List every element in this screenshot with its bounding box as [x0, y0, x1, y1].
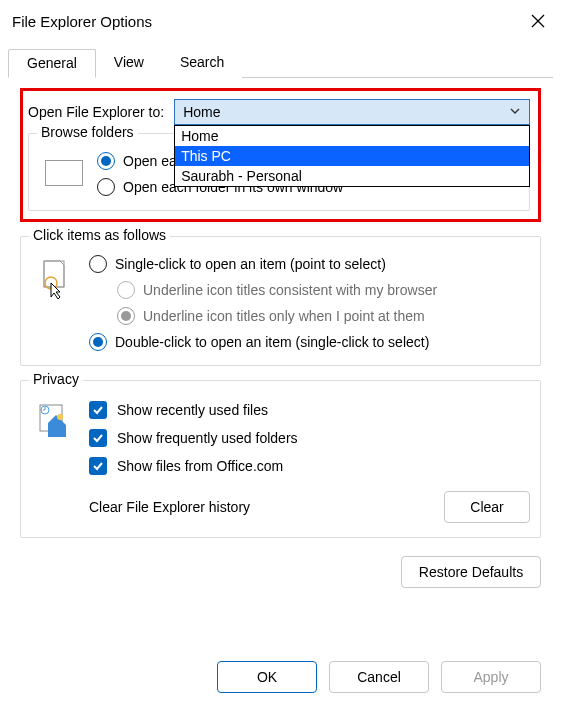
restore-defaults-button[interactable]: Restore Defaults	[401, 556, 541, 588]
close-button[interactable]	[515, 0, 561, 42]
checkbox-frequent-folders[interactable]	[89, 429, 107, 447]
label-double-click: Double-click to open an item (single-cli…	[115, 334, 429, 350]
tab-general[interactable]: General	[8, 49, 96, 78]
folder-icon	[45, 156, 81, 186]
open-to-dropdown-list: Home This PC Saurabh - Personal	[174, 125, 530, 187]
open-to-dropdown[interactable]: Home	[174, 99, 530, 125]
checkbox-recent-files[interactable]	[89, 401, 107, 419]
close-icon	[531, 14, 545, 28]
check-icon	[92, 432, 104, 444]
radio-same-window[interactable]	[97, 152, 115, 170]
click-legend: Click items as follows	[29, 227, 170, 243]
radio-single-click[interactable]	[89, 255, 107, 273]
check-icon	[92, 404, 104, 416]
radio-own-window[interactable]	[97, 178, 115, 196]
privacy-legend: Privacy	[29, 371, 83, 387]
tab-content: Open File Explorer to: Home Home This PC…	[0, 78, 561, 538]
clear-button[interactable]: Clear	[444, 491, 530, 523]
radio-underline-browser	[117, 281, 135, 299]
tab-strip: General View Search	[8, 48, 553, 78]
titlebar: File Explorer Options	[0, 0, 561, 42]
clear-history-label: Clear File Explorer history	[89, 499, 250, 515]
chevron-down-icon	[509, 104, 521, 120]
svg-point-6	[57, 414, 63, 420]
open-to-label: Open File Explorer to:	[28, 104, 164, 120]
svg-rect-2	[44, 261, 64, 287]
label-office-files: Show files from Office.com	[117, 458, 283, 474]
ok-button[interactable]: OK	[217, 661, 317, 693]
check-icon	[92, 460, 104, 472]
open-to-option-this-pc[interactable]: This PC	[175, 146, 529, 166]
dialog-footer: OK Cancel Apply	[0, 661, 561, 693]
apply-button[interactable]: Apply	[441, 661, 541, 693]
radio-double-click[interactable]	[89, 333, 107, 351]
label-recent-files: Show recently used files	[117, 402, 268, 418]
open-to-selected: Home	[183, 104, 220, 120]
open-to-option-personal[interactable]: Saurabh - Personal	[175, 166, 529, 186]
tab-search[interactable]: Search	[162, 49, 242, 78]
label-underline-browser: Underline icon titles consistent with my…	[143, 282, 437, 298]
window-title: File Explorer Options	[12, 13, 152, 30]
highlighted-region: Open File Explorer to: Home Home This PC…	[20, 88, 541, 222]
cancel-button[interactable]: Cancel	[329, 661, 429, 693]
tab-view[interactable]: View	[96, 49, 162, 78]
radio-underline-point	[117, 307, 135, 325]
checkbox-office-files[interactable]	[89, 457, 107, 475]
browse-legend: Browse folders	[37, 124, 138, 140]
open-to-option-home[interactable]: Home	[175, 126, 529, 146]
privacy-icon	[36, 403, 74, 441]
label-single-click: Single-click to open an item (point to s…	[115, 256, 386, 272]
click-icon	[38, 259, 72, 299]
label-frequent-folders: Show frequently used folders	[117, 430, 298, 446]
label-underline-point: Underline icon titles only when I point …	[143, 308, 425, 324]
